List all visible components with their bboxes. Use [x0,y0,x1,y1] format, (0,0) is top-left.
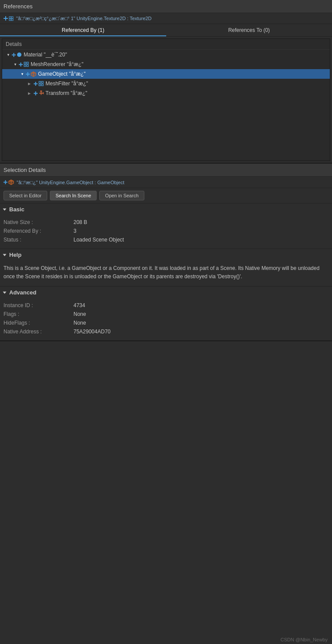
expand-arrow-gameobject[interactable]: ▼ [20,71,25,77]
svg-rect-11 [24,62,26,64]
selection-title: Selection Details [3,167,46,173]
basic-subsection: Basic Native Size : 208 B Referenced By … [0,203,332,248]
open-in-search-button[interactable]: Open in Search [99,191,144,200]
field-native-size: Native Size : 208 B [3,218,329,227]
asset-path-text: "å□°æ□¿æ³□ç°¿æ□´æ□° 1" UnityEngine.Textu… [16,16,152,21]
field-value-hideflags: None [73,320,329,326]
plus-icon-gameobject [26,72,30,76]
expand-arrow-material[interactable]: ▼ [6,52,11,57]
expand-arrow-transform[interactable]: ▶ [27,91,32,96]
field-label-native-size: Native Size : [3,219,73,225]
help-text: This is a Scene Object, i.e. a GameObjec… [0,261,332,286]
plus-icon-material [12,53,16,57]
svg-rect-7 [12,54,16,55]
svg-rect-27 [34,93,38,94]
svg-rect-10 [19,64,23,65]
field-value-native-size: 208 B [73,219,329,225]
details-label: Details [2,39,330,50]
advanced-subsection-header[interactable]: Advanced [0,287,332,298]
svg-rect-5 [11,19,13,21]
search-in-scene-button[interactable]: Search In Scene [50,191,97,200]
expand-arrow-meshfilter[interactable]: ▶ [27,81,32,86]
tabs-row: Referenced By (1) References To (0) [0,24,332,37]
field-instance-id: Instance ID : 4734 [3,301,329,310]
field-label-referenced-by: Referenced By : [3,228,73,234]
field-label-hideflags: HideFlags : [3,320,73,326]
field-native-address: Native Address : 75A29004AD70 [3,327,329,336]
advanced-collapse-arrow[interactable] [3,291,7,294]
transform-icon [38,91,44,96]
footer-text: CSDN @Nbin_Newby [280,637,328,642]
svg-rect-3 [11,17,13,18]
cube-icon-obj [8,179,14,185]
field-value-referenced-by: 3 [73,228,329,234]
svg-rect-12 [27,62,28,64]
tree-item-meshrenderer[interactable]: ▼ MeshRenderer "å°æ¿" [2,60,330,69]
tree-label-gameobject: GameObject "å°æ¿" [38,71,86,77]
references-title: References [3,3,32,10]
svg-rect-21 [34,83,38,84]
action-buttons-row: Select in Editor Search In Scene Open in… [0,188,332,203]
plus-icon [3,16,8,21]
selection-details-section: Selection Details "å□°æ□¿" UnityEngine.G… [0,164,332,341]
tree-item-meshfilter[interactable]: ▶ MeshFilter "å°æ¿" [2,79,330,88]
references-title-bar: References [0,0,332,13]
svg-rect-31 [3,182,7,183]
basic-collapse-arrow[interactable] [3,208,7,210]
tab-referenced-by[interactable]: Referenced By (1) [0,24,166,36]
plus-icon-obj [3,180,7,184]
tree-label-meshfilter: MeshFilter "å°æ¿" [45,80,88,87]
svg-rect-24 [39,84,41,86]
expand-arrow-meshrenderer[interactable]: ▼ [13,62,18,67]
tree-item-material[interactable]: ▼ Material "__è´˜.20" [2,50,330,60]
grid-icon-meshfilter [38,81,44,86]
basic-subsection-header[interactable]: Basic [0,203,332,215]
advanced-subsection: Advanced Instance ID : 4734 Flags : None… [0,287,332,340]
references-section: References "å□°æ□¿æ³□ç°¿æ□´æ□° 1" UnityE… [0,0,332,164]
svg-rect-23 [42,81,43,83]
select-in-editor-button[interactable]: Select in Editor [3,191,47,200]
tree-label-transform: Transform "å°æ¿" [45,90,87,96]
tree-label-meshrenderer: MeshRenderer "å°æ¿" [31,61,84,67]
help-subsection-header[interactable]: Help [0,249,332,261]
tree-label-material: Material "__è´˜.20" [24,52,67,58]
circle-icon-material [17,52,22,57]
plus-icon-meshrenderer [19,63,23,66]
field-hideflags: HideFlags : None [3,318,329,327]
help-collapse-arrow[interactable] [3,254,7,256]
field-value-native-address: 75A29004AD70 [73,329,329,335]
field-label-status: Status : [3,237,73,243]
help-label: Help [9,252,21,258]
footer: CSDN @Nbin_Newby [276,635,332,644]
svg-point-8 [17,52,21,57]
grid-icon-meshrenderer [24,62,29,67]
grid-icon [9,16,14,21]
tree-item-transform[interactable]: ▶ Transform "å°æ¿" [2,88,330,98]
field-label-native-address: Native Address : [3,329,73,335]
svg-rect-1 [3,18,8,19]
svg-rect-4 [9,19,11,21]
object-path-row: "å□°æ□¿" UnityEngine.GameObject : GameOb… [0,177,332,188]
field-flags: Flags : None [3,310,329,318]
field-value-instance-id: 4734 [73,302,329,308]
field-value-flags: None [73,311,329,317]
basic-label: Basic [9,206,24,213]
object-path-text: "å□°æ□¿" UnityEngine.GameObject : GameOb… [17,180,124,185]
svg-rect-16 [26,74,30,74]
tab-references-to[interactable]: References To (0) [166,24,332,36]
asset-path-row: "å□°æ□¿æ³□ç°¿æ□´æ□° 1" UnityEngine.Textu… [0,13,332,24]
basic-fields: Native Size : 208 B Referenced By : 3 St… [0,215,332,248]
field-referenced-by: Referenced By : 3 [3,227,329,235]
field-value-status: Loaded Scene Object [73,237,329,243]
advanced-label: Advanced [9,289,36,296]
plus-icon-transform [34,91,38,95]
advanced-fields: Instance ID : 4734 Flags : None HideFlag… [0,298,332,340]
svg-rect-14 [27,65,28,66]
tree-item-gameobject[interactable]: ▼ GameObject "å°æ¿" [2,69,330,79]
cube-icon-gameobject [31,71,36,77]
svg-rect-2 [9,17,11,18]
svg-rect-13 [24,65,26,66]
details-panel: Details ▼ Material "__è´˜.20" ▼ MeshRend… [2,38,330,161]
plus-icon-meshfilter [34,82,38,86]
svg-rect-25 [42,84,43,86]
